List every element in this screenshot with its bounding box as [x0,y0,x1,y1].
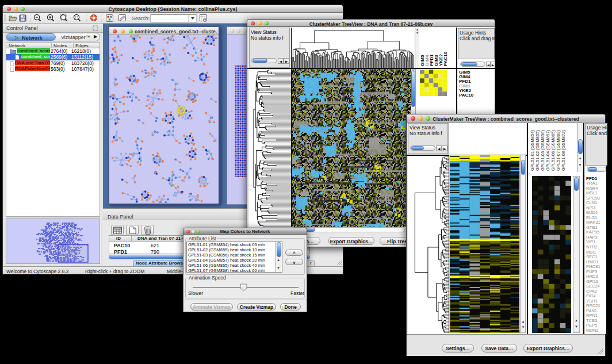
svg-text:Search:: Search: [132,16,150,21]
svg-text:GPL51-01 (GSM854): GPL51-01 (GSM854) [530,130,535,171]
svg-text:GPL51-04 (GSM857): GPL51-04 (GSM857) [545,130,550,171]
svg-text:GPL51-03 (GSM856): GPL51-03 (GSM856) [540,130,545,171]
svg-text:MON2: MON2 [586,328,599,333]
svg-text:GPL51-08 (GSM872): GPL51-08 (GSM872) [561,130,566,171]
svg-text:GPL51-06 (GSM865): GPL51-06 (GSM865) [550,130,556,171]
svg-text:PAC10: PAC10 [443,51,448,66]
svg-text:1:1: 1:1 [75,16,79,19]
svg-text:GPL51-02 (GSM855): GPL51-02 (GSM855) [535,130,540,171]
svg-text:GPL51-07 (GSM868): GPL51-07 (GSM868) [556,130,561,171]
